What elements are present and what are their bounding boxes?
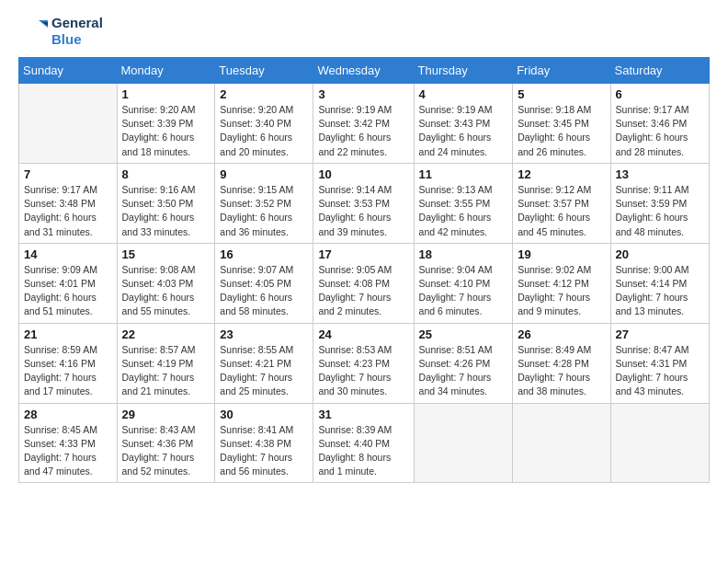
calendar-cell: 10Sunrise: 9:14 AMSunset: 3:53 PMDayligh… bbox=[313, 163, 414, 243]
day-info: Sunrise: 9:09 AMSunset: 4:01 PMDaylight:… bbox=[24, 263, 112, 319]
calendar-cell: 21Sunrise: 8:59 AMSunset: 4:16 PMDayligh… bbox=[19, 323, 118, 403]
day-info: Sunrise: 8:49 AMSunset: 4:28 PMDaylight:… bbox=[518, 343, 605, 399]
day-info: Sunrise: 8:43 AMSunset: 4:36 PMDaylight:… bbox=[122, 423, 210, 479]
calendar-cell: 27Sunrise: 8:47 AMSunset: 4:31 PMDayligh… bbox=[610, 323, 709, 403]
calendar-cell: 19Sunrise: 9:02 AMSunset: 4:12 PMDayligh… bbox=[513, 243, 610, 323]
calendar-cell: 8Sunrise: 9:16 AMSunset: 3:50 PMDaylight… bbox=[117, 163, 215, 243]
day-number: 4 bbox=[419, 87, 508, 101]
day-number: 23 bbox=[220, 327, 308, 341]
day-info: Sunrise: 9:19 AMSunset: 3:42 PMDaylight:… bbox=[318, 103, 408, 159]
calendar-cell bbox=[513, 403, 610, 483]
day-info: Sunrise: 8:39 AMSunset: 4:40 PMDaylight:… bbox=[318, 423, 408, 479]
calendar-cell: 11Sunrise: 9:13 AMSunset: 3:55 PMDayligh… bbox=[414, 163, 513, 243]
weekday-tuesday: Tuesday bbox=[215, 58, 313, 84]
day-number: 3 bbox=[318, 87, 408, 101]
weekday-header-row: SundayMondayTuesdayWednesdayThursdayFrid… bbox=[19, 58, 710, 84]
day-info: Sunrise: 8:59 AMSunset: 4:16 PMDaylight:… bbox=[24, 343, 112, 399]
day-number: 1 bbox=[122, 87, 210, 101]
calendar-cell: 29Sunrise: 8:43 AMSunset: 4:36 PMDayligh… bbox=[117, 403, 215, 483]
header: General Blue bbox=[18, 15, 710, 48]
day-info: Sunrise: 8:41 AMSunset: 4:38 PMDaylight:… bbox=[220, 423, 308, 479]
day-info: Sunrise: 9:05 AMSunset: 4:08 PMDaylight:… bbox=[318, 263, 408, 319]
logo-blue-text: Blue bbox=[51, 31, 103, 48]
calendar-cell: 26Sunrise: 8:49 AMSunset: 4:28 PMDayligh… bbox=[513, 323, 610, 403]
day-number: 9 bbox=[220, 167, 308, 181]
calendar-week-row: 7Sunrise: 9:17 AMSunset: 3:48 PMDaylight… bbox=[19, 163, 710, 243]
calendar-cell: 24Sunrise: 8:53 AMSunset: 4:23 PMDayligh… bbox=[313, 323, 414, 403]
calendar-cell: 12Sunrise: 9:12 AMSunset: 3:57 PMDayligh… bbox=[513, 163, 610, 243]
day-info: Sunrise: 9:02 AMSunset: 4:12 PMDaylight:… bbox=[518, 263, 605, 319]
day-info: Sunrise: 9:16 AMSunset: 3:50 PMDaylight:… bbox=[122, 183, 210, 239]
day-info: Sunrise: 9:12 AMSunset: 3:57 PMDaylight:… bbox=[518, 183, 605, 239]
calendar-cell: 16Sunrise: 9:07 AMSunset: 4:05 PMDayligh… bbox=[215, 243, 313, 323]
calendar-cell: 14Sunrise: 9:09 AMSunset: 4:01 PMDayligh… bbox=[19, 243, 118, 323]
weekday-thursday: Thursday bbox=[414, 58, 513, 84]
day-info: Sunrise: 8:45 AMSunset: 4:33 PMDaylight:… bbox=[24, 423, 112, 479]
day-info: Sunrise: 9:17 AMSunset: 3:48 PMDaylight:… bbox=[24, 183, 112, 239]
calendar-cell: 18Sunrise: 9:04 AMSunset: 4:10 PMDayligh… bbox=[414, 243, 513, 323]
calendar-table: SundayMondayTuesdayWednesdayThursdayFrid… bbox=[18, 57, 710, 483]
calendar-cell: 23Sunrise: 8:55 AMSunset: 4:21 PMDayligh… bbox=[215, 323, 313, 403]
day-info: Sunrise: 9:00 AMSunset: 4:14 PMDaylight:… bbox=[616, 263, 704, 319]
day-number: 25 bbox=[419, 327, 508, 341]
day-number: 29 bbox=[122, 408, 210, 421]
day-info: Sunrise: 9:08 AMSunset: 4:03 PMDaylight:… bbox=[122, 263, 210, 319]
calendar-cell: 28Sunrise: 8:45 AMSunset: 4:33 PMDayligh… bbox=[19, 403, 118, 483]
day-number: 31 bbox=[318, 408, 408, 421]
day-info: Sunrise: 9:14 AMSunset: 3:53 PMDaylight:… bbox=[318, 183, 408, 239]
calendar-cell: 3Sunrise: 9:19 AMSunset: 3:42 PMDaylight… bbox=[313, 84, 414, 164]
calendar-cell: 1Sunrise: 9:20 AMSunset: 3:39 PMDaylight… bbox=[117, 84, 215, 164]
day-number: 11 bbox=[419, 167, 508, 181]
calendar-week-row: 28Sunrise: 8:45 AMSunset: 4:33 PMDayligh… bbox=[19, 403, 710, 483]
day-info: Sunrise: 8:51 AMSunset: 4:26 PMDaylight:… bbox=[419, 343, 508, 399]
weekday-friday: Friday bbox=[513, 58, 610, 84]
logo-general-text: General bbox=[51, 15, 103, 31]
day-number: 17 bbox=[318, 247, 408, 261]
day-number: 16 bbox=[220, 247, 308, 261]
calendar-week-row: 14Sunrise: 9:09 AMSunset: 4:01 PMDayligh… bbox=[19, 243, 710, 323]
calendar-cell: 5Sunrise: 9:18 AMSunset: 3:45 PMDaylight… bbox=[513, 84, 610, 164]
calendar-week-row: 1Sunrise: 9:20 AMSunset: 3:39 PMDaylight… bbox=[19, 84, 710, 164]
calendar-cell: 2Sunrise: 9:20 AMSunset: 3:40 PMDaylight… bbox=[215, 84, 313, 164]
day-number: 7 bbox=[24, 167, 112, 181]
calendar-cell: 22Sunrise: 8:57 AMSunset: 4:19 PMDayligh… bbox=[117, 323, 215, 403]
day-info: Sunrise: 9:04 AMSunset: 4:10 PMDaylight:… bbox=[419, 263, 508, 319]
day-info: Sunrise: 9:15 AMSunset: 3:52 PMDaylight:… bbox=[220, 183, 308, 239]
day-info: Sunrise: 8:53 AMSunset: 4:23 PMDaylight:… bbox=[318, 343, 408, 399]
calendar-cell: 13Sunrise: 9:11 AMSunset: 3:59 PMDayligh… bbox=[610, 163, 709, 243]
calendar-cell: 9Sunrise: 9:15 AMSunset: 3:52 PMDaylight… bbox=[215, 163, 313, 243]
page: General Blue SundayMondayTuesdayWednesda… bbox=[0, 0, 728, 563]
calendar-cell: 17Sunrise: 9:05 AMSunset: 4:08 PMDayligh… bbox=[313, 243, 414, 323]
day-number: 6 bbox=[616, 87, 704, 101]
day-info: Sunrise: 8:57 AMSunset: 4:19 PMDaylight:… bbox=[122, 343, 210, 399]
day-number: 24 bbox=[318, 327, 408, 341]
day-info: Sunrise: 8:55 AMSunset: 4:21 PMDaylight:… bbox=[220, 343, 308, 399]
calendar-cell bbox=[610, 403, 709, 483]
day-info: Sunrise: 9:07 AMSunset: 4:05 PMDaylight:… bbox=[220, 263, 308, 319]
calendar-cell: 31Sunrise: 8:39 AMSunset: 4:40 PMDayligh… bbox=[313, 403, 414, 483]
calendar-cell bbox=[19, 84, 118, 164]
calendar-cell: 20Sunrise: 9:00 AMSunset: 4:14 PMDayligh… bbox=[610, 243, 709, 323]
weekday-wednesday: Wednesday bbox=[313, 58, 414, 84]
calendar-cell: 25Sunrise: 8:51 AMSunset: 4:26 PMDayligh… bbox=[414, 323, 513, 403]
day-number: 8 bbox=[122, 167, 210, 181]
calendar-cell: 7Sunrise: 9:17 AMSunset: 3:48 PMDaylight… bbox=[19, 163, 118, 243]
day-info: Sunrise: 9:17 AMSunset: 3:46 PMDaylight:… bbox=[616, 103, 704, 159]
day-number: 19 bbox=[518, 247, 605, 261]
weekday-sunday: Sunday bbox=[19, 58, 118, 84]
day-info: Sunrise: 8:47 AMSunset: 4:31 PMDaylight:… bbox=[616, 343, 704, 399]
weekday-saturday: Saturday bbox=[610, 58, 709, 84]
day-info: Sunrise: 9:13 AMSunset: 3:55 PMDaylight:… bbox=[419, 183, 508, 239]
day-number: 2 bbox=[220, 87, 308, 101]
day-info: Sunrise: 9:20 AMSunset: 3:40 PMDaylight:… bbox=[220, 103, 308, 159]
day-number: 20 bbox=[616, 247, 704, 261]
day-number: 26 bbox=[518, 327, 605, 341]
day-number: 27 bbox=[616, 327, 704, 341]
weekday-monday: Monday bbox=[117, 58, 215, 84]
calendar-week-row: 21Sunrise: 8:59 AMSunset: 4:16 PMDayligh… bbox=[19, 323, 710, 403]
calendar-cell bbox=[414, 403, 513, 483]
calendar-cell: 15Sunrise: 9:08 AMSunset: 4:03 PMDayligh… bbox=[117, 243, 215, 323]
day-number: 15 bbox=[122, 247, 210, 261]
day-info: Sunrise: 9:18 AMSunset: 3:45 PMDaylight:… bbox=[518, 103, 605, 159]
day-number: 13 bbox=[616, 167, 704, 181]
